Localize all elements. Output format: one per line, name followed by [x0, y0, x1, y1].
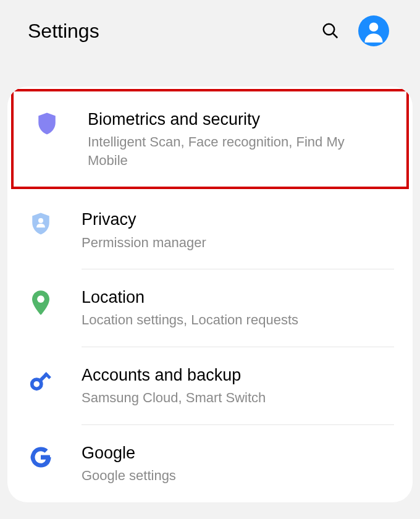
svg-point-3 — [369, 22, 379, 32]
item-title: Accounts and backup — [82, 365, 394, 386]
google-icon — [26, 442, 56, 468]
settings-item-location[interactable]: Location Location settings, Location req… — [7, 269, 413, 347]
settings-item-privacy[interactable]: Privacy Permission manager — [7, 192, 413, 269]
svg-point-0 — [324, 24, 335, 35]
svg-line-1 — [333, 33, 337, 38]
item-subtitle: Samsung Cloud, Smart Switch — [82, 389, 394, 407]
item-text: Location Location settings, Location req… — [82, 287, 394, 329]
page-title: Settings — [28, 20, 99, 43]
item-subtitle: Google settings — [82, 466, 394, 485]
item-subtitle: Location settings, Location requests — [82, 311, 394, 329]
key-icon — [26, 365, 56, 392]
item-title: Biometrics and security — [88, 109, 388, 130]
item-text: Biometrics and security Intelligent Scan… — [88, 109, 388, 169]
header-actions — [321, 15, 389, 46]
item-text: Google Google settings — [82, 442, 394, 485]
settings-item-accounts-backup[interactable]: Accounts and backup Samsung Cloud, Smart… — [7, 347, 413, 424]
item-subtitle: Permission manager — [82, 234, 394, 252]
item-title: Google — [82, 442, 394, 464]
item-text: Accounts and backup Samsung Cloud, Smart… — [82, 365, 394, 407]
settings-item-biometrics-security[interactable]: Biometrics and security Intelligent Scan… — [11, 89, 409, 189]
settings-header: Settings — [0, 0, 420, 62]
svg-point-4 — [38, 218, 43, 223]
item-title: Location — [82, 287, 394, 308]
shield-person-icon — [26, 209, 56, 235]
item-title: Privacy — [82, 209, 394, 230]
item-subtitle: Intelligent Scan, Face recognition, Find… — [88, 133, 388, 169]
svg-point-5 — [37, 296, 44, 303]
search-icon[interactable] — [321, 22, 340, 40]
shield-icon — [32, 109, 62, 135]
settings-card: Biometrics and security Intelligent Scan… — [7, 86, 413, 502]
location-pin-icon — [26, 287, 56, 315]
item-text: Privacy Permission manager — [82, 209, 394, 251]
settings-item-google[interactable]: Google Google settings — [7, 425, 413, 502]
account-icon[interactable] — [358, 15, 389, 46]
